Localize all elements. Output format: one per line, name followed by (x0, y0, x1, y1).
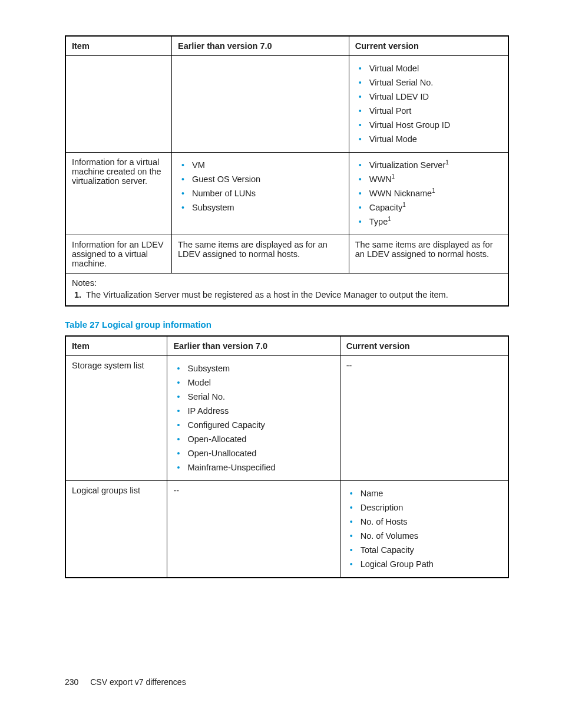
bullet-list: NameDescriptionNo. of HostsNo. of Volume… (346, 487, 502, 571)
table-virtual-info: Item Earlier than version 7.0 Current ve… (65, 35, 509, 307)
list-item: Virtual Model (359, 62, 502, 75)
table-row: Information for an LDEV assigned to a vi… (65, 235, 508, 274)
table-row: Item Earlier than version 7.0 Current ve… (65, 36, 508, 56)
list-item: Subsystem (181, 202, 343, 214)
list-item: WWN1 (359, 173, 502, 186)
table-row: Item Earlier than version 7.0 Current ve… (65, 336, 508, 356)
col-header-item: Item (65, 336, 167, 356)
list-item: Subsystem (177, 363, 333, 375)
list-item: Name (350, 487, 502, 500)
notes-list: The Virtualization Server must be regist… (72, 290, 502, 299)
list-item: Configured Capacity (177, 419, 333, 431)
cell-earlier: VMGuest OS VersionNumber of LUNsSubsyste… (171, 153, 349, 235)
footnote-ref: 1 (445, 159, 449, 166)
cell-current: The same items are displayed as for an L… (349, 235, 508, 274)
cell-earlier: SubsystemModelSerial No.IP AddressConfig… (167, 356, 340, 481)
list-item: Open-Unallocated (177, 447, 333, 460)
list-item: Open-Allocated (177, 433, 333, 446)
footnote-ref: 1 (432, 187, 435, 194)
list-item: Virtual Mode (359, 133, 502, 146)
page-number: 230 (65, 677, 78, 687)
footer-title: CSV export v7 differences (90, 677, 186, 687)
cell-item: Information for an LDEV assigned to a vi… (65, 235, 171, 274)
list-item: Virtual Host Group ID (359, 119, 502, 131)
list-item: No. of Volumes (350, 530, 502, 542)
col-header-earlier: Earlier than version 7.0 (167, 336, 340, 356)
list-item: Mainframe-Unspecified (177, 462, 333, 474)
list-item: Virtual Serial No. (359, 77, 502, 89)
cell-item: Logical groups list (65, 481, 167, 578)
list-item: Virtual LDEV ID (359, 91, 502, 103)
bullet-list: SubsystemModelSerial No.IP AddressConfig… (173, 363, 333, 474)
list-item: No. of Hosts (350, 516, 502, 528)
cell-current: -- (340, 356, 508, 481)
col-header-item: Item (65, 36, 171, 56)
table-row: Information for a virtual machine create… (65, 153, 508, 235)
note-item: The Virtualization Server must be regist… (84, 290, 502, 299)
bullet-list: VMGuest OS VersionNumber of LUNsSubsyste… (178, 159, 343, 214)
table-row: Logical groups list -- NameDescriptionNo… (65, 481, 508, 578)
list-item: WWN Nickname1 (359, 187, 502, 200)
footnote-ref: 1 (402, 202, 406, 208)
list-item: Guest OS Version (181, 173, 343, 186)
cell-item: Storage system list (65, 356, 167, 481)
list-item: Total Capacity (350, 544, 502, 556)
list-item: Serial No. (177, 391, 333, 403)
list-item: Number of LUNs (181, 187, 343, 200)
footnote-ref: 1 (392, 173, 395, 180)
list-item: Virtual Port (359, 105, 502, 117)
cell-earlier (171, 56, 349, 153)
cell-current: Virtualization Server1WWN1WWN Nickname1C… (349, 153, 508, 235)
list-item: Logical Group Path (350, 558, 502, 571)
cell-earlier: -- (167, 481, 340, 578)
notes-cell: Notes: The Virtualization Server must be… (65, 274, 508, 307)
table-logical-group-info: Item Earlier than version 7.0 Current ve… (65, 335, 509, 578)
col-header-current: Current version (349, 36, 508, 56)
list-item: IP Address (177, 405, 333, 417)
document-page: Item Earlier than version 7.0 Current ve… (0, 0, 562, 728)
footnote-ref: 1 (388, 216, 391, 222)
cell-current: Virtual ModelVirtual Serial No.Virtual L… (349, 56, 508, 153)
table-caption: Table 27 Logical group information (65, 319, 509, 330)
table-notes-row: Notes: The Virtualization Server must be… (65, 274, 508, 307)
cell-item (65, 56, 171, 153)
col-header-earlier: Earlier than version 7.0 (171, 36, 349, 56)
bullet-list: Virtualization Server1WWN1WWN Nickname1C… (355, 159, 502, 228)
notes-label: Notes: (72, 278, 97, 288)
table-row: Virtual ModelVirtual Serial No.Virtual L… (65, 56, 508, 153)
list-item: Virtualization Server1 (359, 159, 502, 172)
cell-current: NameDescriptionNo. of HostsNo. of Volume… (340, 481, 508, 578)
cell-item: Information for a virtual machine create… (65, 153, 171, 235)
list-item: VM (181, 159, 343, 172)
list-item: Capacity1 (359, 202, 502, 214)
page-footer: 230 CSV export v7 differences (65, 677, 186, 687)
table-row: Storage system list SubsystemModelSerial… (65, 356, 508, 481)
cell-earlier: The same items are displayed as for an L… (171, 235, 349, 274)
list-item: Description (350, 502, 502, 514)
col-header-current: Current version (340, 336, 508, 356)
list-item: Model (177, 377, 333, 389)
bullet-list: Virtual ModelVirtual Serial No.Virtual L… (355, 62, 502, 146)
list-item: Type1 (359, 216, 502, 228)
